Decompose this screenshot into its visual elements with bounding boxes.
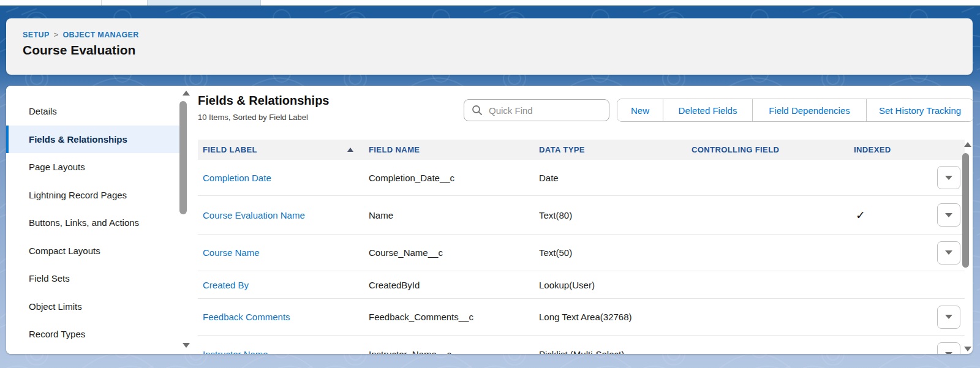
section-title: Fields & Relationships [198, 94, 329, 108]
row-menu-button[interactable] [937, 306, 960, 329]
field-actions-button-group: New Deleted Fields Field Dependencies Se… [617, 99, 973, 122]
field-name-cell: Name [369, 196, 393, 234]
object-manager-sidebar: Details Fields & Relationships Page Layo… [6, 86, 185, 354]
field-label-cell: Instructor Name [203, 336, 268, 354]
field-label-cell: Feedback Comments [203, 299, 290, 335]
set-history-tracking-button[interactable]: Set History Tracking [866, 99, 973, 121]
data-type-cell: Long Text Area(32768) [539, 299, 632, 335]
column-header-data-type[interactable]: DATA TYPE [539, 140, 585, 160]
chevron-down-icon [945, 213, 952, 217]
fields-table: FIELD LABEL FIELD NAME DATA TYPE CONTROL… [198, 140, 965, 354]
sidebar-scrollbar-thumb[interactable] [179, 101, 187, 214]
table-row: Feedback Comments Feedback_Comments__c L… [198, 299, 965, 336]
breadcrumb-setup-link[interactable]: SETUP [23, 31, 50, 39]
browser-divider [101, 0, 102, 6]
search-input[interactable] [464, 99, 609, 121]
field-label-cell: Completion Date [203, 160, 271, 195]
breadcrumb-separator: > [54, 31, 59, 39]
data-type-cell: Text(50) [539, 235, 572, 271]
chevron-down-icon [945, 176, 952, 180]
sidebar-scroll-down-icon[interactable] [183, 343, 190, 348]
main-card: Details Fields & Relationships Page Layo… [6, 86, 973, 354]
table-row: Course Name Course_Name__c Text(50) [198, 235, 965, 271]
table-header-row: FIELD LABEL FIELD NAME DATA TYPE CONTROL… [198, 140, 965, 160]
table-scroll-down-icon[interactable] [964, 347, 971, 351]
deleted-fields-button[interactable]: Deleted Fields [663, 99, 752, 121]
new-button[interactable]: New [617, 99, 663, 121]
sort-ascending-icon [347, 148, 353, 152]
quick-find [464, 99, 609, 121]
field-name-cell: Instructor_Name__c [369, 336, 451, 354]
browser-chrome-remnant [0, 0, 980, 6]
sidebar-item-object-limits[interactable]: Object Limits [6, 293, 185, 321]
column-header-field-name[interactable]: FIELD NAME [369, 140, 420, 160]
field-link[interactable]: Course Name [203, 247, 260, 258]
row-menu-button[interactable] [937, 241, 960, 265]
section-subtitle: 10 Items, Sorted by Field Label [198, 113, 308, 122]
data-type-cell: Picklist (Multi-Select) [539, 336, 624, 354]
data-type-cell: Date [539, 160, 559, 195]
table-row: Instructor Name Instructor_Name__c Pickl… [198, 336, 965, 354]
chevron-down-icon [945, 250, 952, 255]
row-menu-button[interactable] [937, 166, 960, 189]
sidebar-item-page-layouts[interactable]: Page Layouts [6, 153, 185, 181]
page-title: Course Evaluation [23, 43, 973, 58]
chevron-down-icon [945, 352, 952, 355]
field-dependencies-button[interactable]: Field Dependencies [752, 99, 866, 121]
fields-content: Fields & Relationships 10 Items, Sorted … [198, 86, 973, 354]
field-label-cell: Course Evaluation Name [203, 196, 305, 234]
row-menu-button[interactable] [937, 342, 960, 354]
field-link[interactable]: Course Evaluation Name [203, 210, 305, 220]
field-link[interactable]: Completion Date [203, 173, 271, 183]
table-row: Created By CreatedById Lookup(User) [198, 271, 965, 299]
table-row: Course Evaluation Name Name Text(80) ✓ [198, 196, 965, 235]
table-body: Completion Date Completion_Date__c Date … [198, 160, 965, 354]
column-header-field-label[interactable]: FIELD LABEL [203, 140, 257, 160]
sidebar-list: Details Fields & Relationships Page Layo… [6, 97, 185, 348]
chevron-down-icon [945, 315, 952, 319]
sidebar-item-compact-layouts[interactable]: Compact Layouts [6, 237, 185, 265]
page-header-card: SETUP>OBJECT MANAGER Course Evaluation [6, 18, 973, 75]
table-row: Completion Date Completion_Date__c Date [198, 160, 965, 196]
indexed-check-icon: ✓ [856, 196, 865, 234]
breadcrumb-object-manager-link[interactable]: OBJECT MANAGER [62, 31, 138, 39]
sidebar-item-lightning-record-pages[interactable]: Lightning Record Pages [6, 181, 185, 209]
field-label-cell: Course Name [203, 235, 260, 271]
sidebar-item-record-types[interactable]: Record Types [6, 320, 185, 348]
field-link[interactable]: Feedback Comments [203, 312, 290, 322]
sidebar-item-buttons-links-actions[interactable]: Buttons, Links, and Actions [6, 209, 185, 237]
sidebar-item-details[interactable]: Details [6, 97, 185, 126]
field-name-cell: CreatedById [369, 271, 420, 298]
browser-tab [147, 0, 261, 6]
breadcrumb: SETUP>OBJECT MANAGER [23, 31, 973, 39]
sidebar-scroll-up-icon[interactable] [183, 91, 190, 96]
row-menu-button[interactable] [937, 203, 960, 227]
field-link[interactable]: Instructor Name [203, 349, 268, 355]
table-scroll-up-icon[interactable] [964, 142, 971, 147]
column-header-indexed[interactable]: INDEXED [854, 140, 891, 160]
field-link[interactable]: Created By [203, 280, 249, 290]
table-scrollbar-thumb[interactable] [962, 153, 969, 268]
field-name-cell: Course_Name__c [369, 235, 443, 271]
sidebar-item-field-sets[interactable]: Field Sets [6, 265, 185, 293]
data-type-cell: Lookup(User) [539, 271, 595, 298]
field-name-cell: Completion_Date__c [369, 160, 454, 195]
data-type-cell: Text(80) [539, 196, 572, 234]
field-name-cell: Feedback_Comments__c [369, 299, 473, 335]
column-header-controlling-field[interactable]: CONTROLLING FIELD [692, 140, 779, 160]
field-label-cell: Created By [203, 271, 249, 298]
screen: SETUP>OBJECT MANAGER Course Evaluation D… [0, 0, 980, 368]
sidebar-item-fields-relationships[interactable]: Fields & Relationships [6, 126, 185, 154]
